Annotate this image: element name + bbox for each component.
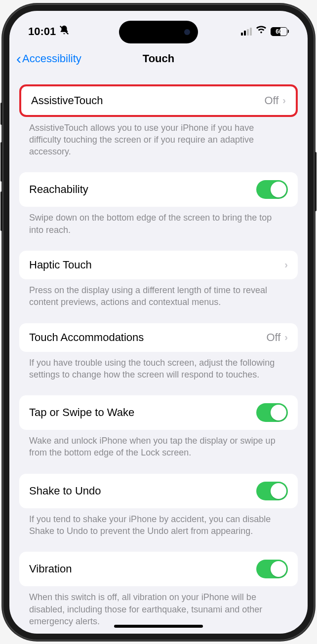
row-label: Reachability <box>29 183 88 196</box>
row-right: Off › <box>266 331 288 344</box>
assistivetouch-footer: AssistiveTouch allows you to use your iP… <box>19 117 298 158</box>
content: AssistiveTouch Off › AssistiveTouch allo… <box>9 73 308 628</box>
chevron-right-icon: › <box>284 259 288 270</box>
status-right: 60 <box>241 26 289 37</box>
chevron-right-icon: › <box>284 332 288 343</box>
status-left: 10:01 <box>28 25 70 38</box>
tap-or-swipe-to-wake-row[interactable]: Tap or Swipe to Wake <box>19 395 298 430</box>
shake-toggle[interactable] <box>256 482 288 500</box>
row-label: Tap or Swipe to Wake <box>29 406 134 419</box>
screen: 10:01 60 <box>9 11 308 634</box>
chevron-left-icon: ‹ <box>16 51 21 66</box>
accommodations-footer: If you have trouble using the touch scre… <box>19 352 298 381</box>
row-value: Off <box>266 331 280 344</box>
touch-accommodations-row[interactable]: Touch Accommodations Off › <box>19 323 298 352</box>
row-label: Touch Accommodations <box>29 331 144 344</box>
back-button[interactable]: ‹ Accessibility <box>16 51 81 66</box>
silent-bell-icon <box>59 25 70 38</box>
phone-frame: 10:01 60 <box>2 4 315 641</box>
vibration-toggle[interactable] <box>256 560 288 578</box>
haptic-touch-row[interactable]: Haptic Touch › <box>19 251 298 279</box>
dynamic-island <box>119 21 198 43</box>
shake-to-undo-row[interactable]: Shake to Undo <box>19 474 298 508</box>
status-time: 10:01 <box>28 25 56 38</box>
page-title: Touch <box>143 52 174 65</box>
row-label: Shake to Undo <box>29 485 101 497</box>
cellular-signal-icon <box>241 28 252 36</box>
chevron-right-icon: › <box>282 95 286 106</box>
shake-footer: If you tend to shake your iPhone by acci… <box>19 508 298 537</box>
vibration-row[interactable]: Vibration <box>19 552 298 586</box>
home-indicator[interactable] <box>114 625 203 628</box>
volume-down-button <box>0 191 2 231</box>
tap-wake-toggle[interactable] <box>256 403 288 422</box>
nav-bar: ‹ Accessibility Touch <box>9 45 308 73</box>
row-label: AssistiveTouch <box>31 94 103 107</box>
assistivetouch-row[interactable]: AssistiveTouch Off › <box>19 84 298 117</box>
row-label: Haptic Touch <box>29 259 92 271</box>
vibration-footer: When this switch is off, all vibration o… <box>19 586 298 627</box>
tapwake-footer: Wake and unlock iPhone when you tap the … <box>19 430 298 459</box>
reachability-toggle[interactable] <box>256 180 288 199</box>
reachability-footer: Swipe down on the bottom edge of the scr… <box>19 207 298 236</box>
power-button <box>315 152 317 211</box>
reachability-row[interactable]: Reachability <box>19 172 298 207</box>
row-right: Off › <box>264 94 286 107</box>
wifi-icon <box>256 26 267 37</box>
row-label: Vibration <box>29 563 72 575</box>
row-right: › <box>284 259 288 270</box>
battery-level: 60 <box>276 28 282 35</box>
back-label: Accessibility <box>22 52 81 65</box>
battery-icon: 60 <box>271 27 289 36</box>
row-value: Off <box>264 94 278 107</box>
haptic-footer: Press on the display using a different l… <box>19 279 298 308</box>
